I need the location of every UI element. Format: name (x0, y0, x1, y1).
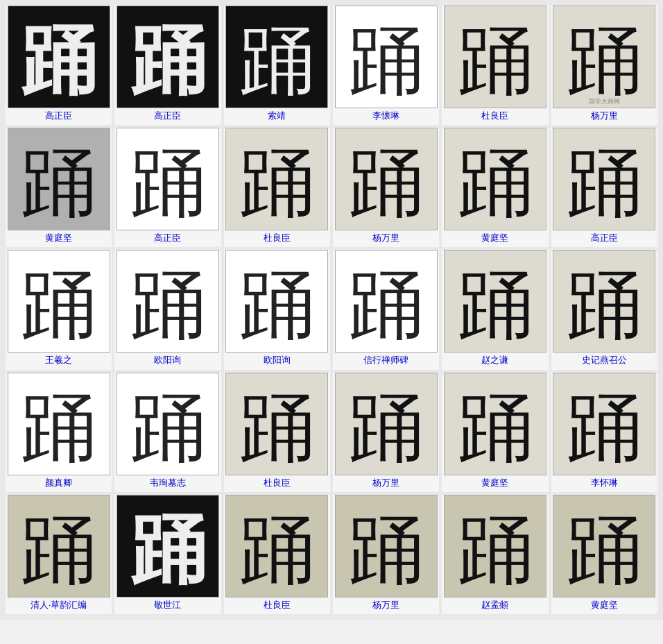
author-label: 杜良臣 (264, 475, 291, 492)
author-label: 史记燕召公 (582, 353, 627, 369)
svg-text:踊: 踊 (457, 19, 533, 103)
svg-text:踊: 踊 (567, 19, 642, 103)
character-image: 踊 (8, 128, 110, 230)
svg-text:踊: 踊 (130, 19, 205, 103)
character-cell[interactable]: 踊杜良臣 (224, 373, 330, 492)
character-cell[interactable]: 踊李怀琳 (551, 373, 657, 492)
character-cell[interactable]: 踊王羲之 (6, 250, 112, 369)
author-label: 黄庭坚 (45, 230, 72, 247)
author-label: 杨万里 (591, 108, 618, 125)
svg-text:踊: 踊 (130, 508, 205, 592)
svg-text:踊: 踊 (457, 142, 533, 226)
character-cell[interactable]: 踊敬世江 (114, 495, 221, 614)
character-cell[interactable]: 踊信行禅师碑 (333, 250, 439, 369)
character-cell[interactable]: 踊杜良臣 (224, 495, 330, 614)
character-image: 踊 (553, 250, 655, 353)
svg-text:踊: 踊 (130, 142, 205, 226)
svg-text:踊: 踊 (239, 509, 315, 592)
svg-text:踊: 踊 (21, 509, 96, 592)
character-cell[interactable]: 踊欧阳询 (224, 250, 330, 369)
author-label: 欧阳询 (154, 353, 181, 369)
character-cell[interactable]: 踊清人·草韵汇编 (6, 495, 112, 614)
character-cell[interactable]: 踊国学大师网杨万里 (551, 6, 657, 125)
svg-text:踊: 踊 (457, 509, 533, 592)
author-label: 高正臣 (154, 230, 181, 247)
character-image: 踊 (225, 495, 328, 598)
character-image: 踊 (117, 128, 219, 230)
character-cell[interactable]: 踊杜良臣 (442, 6, 548, 125)
svg-text:踊: 踊 (239, 387, 315, 470)
character-image: 踊 (117, 6, 219, 108)
author-label: 赵之谦 (481, 353, 508, 369)
author-label: 高正臣 (591, 230, 618, 247)
character-image: 踊 (335, 373, 438, 475)
character-cell[interactable]: 踊杨万里 (333, 495, 439, 614)
svg-text:踊: 踊 (239, 19, 315, 103)
character-cell[interactable]: 踊高正臣 (551, 128, 657, 247)
character-image: 踊 (335, 6, 438, 108)
svg-text:踊: 踊 (348, 509, 424, 592)
character-cell[interactable]: 踊史记燕召公 (551, 250, 657, 369)
character-cell[interactable]: 踊索靖 (224, 6, 330, 125)
character-image: 踊 (444, 250, 546, 353)
character-image: 踊 (117, 250, 219, 353)
author-label: 赵孟頫 (481, 598, 508, 614)
character-image: 踊 (335, 128, 438, 230)
svg-text:踊: 踊 (21, 19, 96, 103)
svg-text:踊: 踊 (567, 509, 642, 592)
character-image: 踊 (8, 373, 110, 475)
character-image: 踊 (8, 250, 110, 353)
character-cell[interactable]: 踊赵之谦 (442, 250, 548, 369)
author-label: 高正臣 (154, 108, 181, 125)
svg-text:踊: 踊 (348, 142, 424, 226)
svg-text:踊: 踊 (130, 387, 205, 470)
character-image: 踊 (225, 128, 328, 230)
character-image: 踊 (553, 495, 655, 598)
author-label: 韦珣墓志 (150, 475, 186, 492)
svg-text:踊: 踊 (457, 264, 533, 348)
character-image: 踊 (444, 128, 546, 230)
character-cell[interactable]: 踊黄庭坚 (442, 128, 548, 247)
character-image: 踊 (553, 373, 655, 475)
author-label: 杜良臣 (264, 598, 291, 614)
character-cell[interactable]: 踊杨万里 (333, 128, 439, 247)
svg-text:踊: 踊 (567, 142, 642, 226)
svg-text:踊: 踊 (348, 264, 424, 348)
character-image: 踊 (225, 250, 328, 353)
character-cell[interactable]: 踊高正臣 (114, 128, 221, 247)
character-cell[interactable]: 踊高正臣 (6, 6, 112, 125)
character-cell[interactable]: 踊黄庭坚 (442, 373, 548, 492)
character-image: 踊 (225, 373, 328, 475)
character-image: 踊国学大师网 (553, 6, 655, 108)
author-label: 敬世江 (154, 598, 181, 614)
character-grid: 踊高正臣踊高正臣踊索靖踊李懐琳踊杜良臣踊国学大师网杨万里踊黄庭坚踊高正臣踊杜良臣… (0, 0, 663, 620)
author-label: 杨万里 (372, 230, 399, 247)
character-cell[interactable]: 踊韦珣墓志 (114, 373, 221, 492)
author-label: 欧阳询 (264, 353, 291, 369)
character-cell[interactable]: 踊黄庭坚 (6, 128, 112, 247)
character-cell[interactable]: 踊颜真卿 (6, 373, 112, 492)
author-label: 杜良臣 (264, 230, 291, 247)
author-label: 李懐琳 (372, 108, 399, 125)
character-cell[interactable]: 踊杨万里 (333, 373, 439, 492)
character-image: 踊 (553, 128, 655, 230)
character-cell[interactable]: 踊高正臣 (114, 6, 221, 125)
character-cell[interactable]: 踊欧阳询 (114, 250, 221, 369)
character-image: 踊 (117, 373, 219, 475)
svg-text:踊: 踊 (239, 142, 315, 226)
author-label: 杨万里 (372, 598, 399, 614)
character-image: 踊 (444, 6, 546, 108)
author-label: 索靖 (268, 108, 286, 125)
character-cell[interactable]: 踊李懐琳 (333, 6, 439, 125)
svg-text:踊: 踊 (130, 264, 205, 348)
character-cell[interactable]: 踊杜良臣 (224, 128, 330, 247)
svg-text:踊: 踊 (21, 142, 96, 226)
svg-text:踊: 踊 (239, 264, 315, 348)
author-label: 杜良臣 (481, 108, 508, 125)
author-label: 颜真卿 (45, 475, 72, 492)
character-cell[interactable]: 踊赵孟頫 (442, 495, 548, 614)
character-image: 踊 (8, 6, 110, 108)
author-label: 黄庭坚 (481, 475, 508, 492)
character-image: 踊 (444, 373, 546, 475)
character-cell[interactable]: 踊黄庭坚 (551, 495, 657, 614)
